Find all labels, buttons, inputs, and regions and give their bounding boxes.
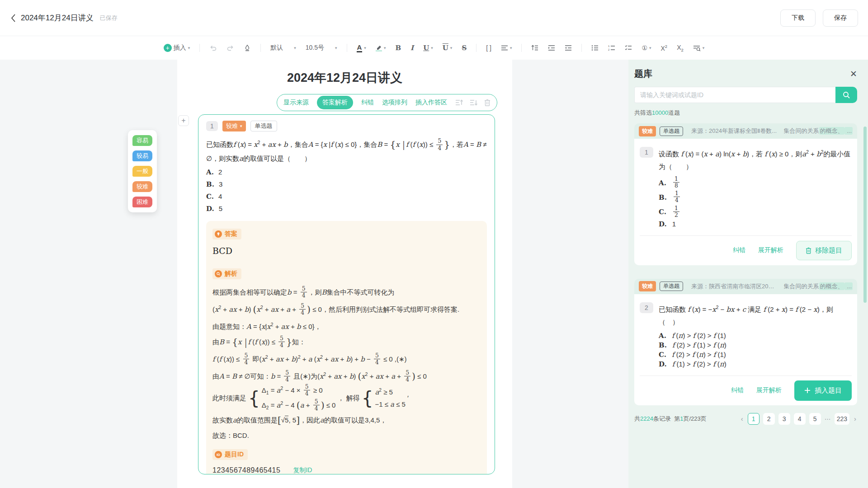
line-spacing-button[interactable] — [531, 45, 538, 51]
next-page-button[interactable]: › — [853, 415, 857, 422]
option-value: 14 — [672, 191, 681, 204]
add-block-button[interactable]: + — [178, 115, 189, 126]
save-button[interactable]: 保存 — [823, 9, 858, 27]
option-label: B. — [206, 178, 214, 190]
editor-toolbar: + 插入 ▾ 默认▾ 10.5号▾ A▾ ▾ B I U▾ U▾ S [ ] ▾… — [0, 36, 868, 60]
bold-button[interactable]: B — [395, 44, 401, 52]
question-tab[interactable]: 插入作答区 — [415, 99, 447, 107]
copy-id-link[interactable]: 复制ID — [293, 466, 312, 474]
undo-button[interactable] — [209, 44, 217, 52]
pagination-page[interactable]: 3 — [778, 413, 790, 425]
superscript-button[interactable]: X2 — [661, 44, 668, 52]
difficulty-option[interactable]: 较易 — [132, 150, 152, 161]
expand-analysis-link[interactable]: 展开解析 — [756, 386, 782, 394]
analysis-line: 由A = B ≠ ∅可知：b = 54 且(∗)为(x2 + ax + b) (… — [212, 367, 481, 384]
analysis-line: 此时须满足{Δ1 = a2 − 4 × 54 ≥ 0Δ2 = a2 − 4 (a… — [212, 384, 481, 413]
question-number: 1 — [640, 147, 653, 158]
difficulty-option[interactable]: 较难 — [132, 181, 152, 192]
accent-mark-button[interactable]: U▾ — [443, 44, 453, 52]
card-actions: 纠错展开解析移除题目 — [640, 235, 852, 265]
option-label: A. — [659, 179, 666, 187]
check-list-button[interactable] — [625, 45, 632, 51]
prev-page-button[interactable]: ‹ — [740, 415, 744, 422]
difficulty-badge[interactable]: 较难▾ — [222, 121, 246, 131]
question-option: B.3 — [206, 178, 487, 190]
divider — [199, 44, 200, 52]
subscript-button[interactable]: X2 — [677, 44, 684, 52]
italic-button[interactable]: I — [410, 44, 414, 52]
insert-button[interactable]: + 插入 ▾ — [164, 44, 190, 52]
numbering-style-button[interactable]: ①▾ — [642, 44, 651, 52]
redo-button[interactable] — [226, 44, 234, 52]
option-value: 1 — [672, 220, 676, 228]
insert-question-button[interactable]: 插入题目 — [794, 380, 852, 401]
highlight-icon — [376, 45, 382, 52]
analysis-line: 根据两集合相等可以确定b = 54，则B集合中不等式可转化为 — [212, 285, 481, 300]
back-button[interactable] — [10, 13, 16, 23]
bank-question: 2已知函数 f (x) = −x2 − bx + c 满足 f (2 + x) … — [640, 301, 852, 328]
close-icon[interactable]: ✕ — [850, 70, 857, 78]
question-id-row: ID 题目ID 1234567489465415 复制ID — [212, 449, 481, 474]
font-color-button[interactable]: A▾ — [357, 43, 366, 52]
clear-format-button[interactable] — [244, 44, 251, 52]
topbar-actions: 下载 保存 — [780, 9, 858, 27]
search-input[interactable] — [634, 87, 835, 103]
highlight-button[interactable]: ▾ — [376, 45, 386, 52]
pagination-page[interactable]: 2 — [763, 413, 775, 425]
download-button[interactable]: 下载 — [780, 9, 816, 27]
difficulty-option[interactable]: 容易 — [132, 135, 152, 146]
option-label: C. — [206, 191, 214, 202]
underline-button[interactable]: U▾ — [423, 44, 433, 52]
tag-segment: 的概念、 — [819, 127, 844, 135]
paragraph-style-select[interactable]: 默认▾ — [270, 44, 296, 52]
difficulty-option[interactable]: 困难 — [132, 197, 152, 207]
indent-increase-button[interactable] — [548, 45, 555, 51]
question-tab[interactable]: 选项排列 — [382, 99, 407, 107]
question-option: D.5 — [206, 203, 487, 215]
sidebar-scrollbar[interactable] — [863, 127, 867, 303]
bullet-list-icon — [591, 45, 599, 51]
card-actions: 纠错展开解析插入题目 — [640, 375, 852, 405]
question-tab[interactable]: 纠错 — [361, 99, 374, 107]
difficulty-badge: 较难 — [639, 281, 656, 291]
font-size-select[interactable]: 10.5号▾ — [306, 44, 337, 52]
ordered-list-button[interactable]: 12 — [608, 45, 615, 51]
question-stem: 设函数 f (x) = (x + a) ln(x + b)，若 f (x) ≥ … — [659, 146, 852, 173]
question-type-badge: 单选题 — [660, 127, 683, 136]
pagination-bar: 共2224条记录 第1页/223页 ‹ 12345⋯223› — [634, 413, 857, 425]
pagination-page[interactable]: 5 — [809, 413, 821, 425]
question-id-label: ID 题目ID — [212, 449, 248, 460]
source-text: 来源：陕西省渭南市临渭区2021... — [691, 282, 777, 291]
brackets-button[interactable]: [ ] — [486, 44, 491, 52]
pagination-page[interactable]: 4 — [794, 413, 806, 425]
question-option: B.14 — [659, 191, 852, 204]
correct-link[interactable]: 纠错 — [733, 246, 745, 254]
pagination-page[interactable]: 223 — [835, 413, 849, 425]
option-value: 5 — [219, 203, 222, 215]
pagination-page[interactable]: 1 — [748, 413, 760, 425]
move-down-button[interactable] — [470, 99, 478, 106]
strikethrough-button[interactable]: S — [462, 44, 467, 52]
svg-text:1: 1 — [608, 45, 610, 47]
search-button[interactable] — [835, 87, 857, 103]
question-tab[interactable]: 答案解析 — [317, 96, 353, 109]
bullet-list-button[interactable] — [591, 45, 599, 51]
delete-question-button[interactable] — [484, 99, 491, 106]
option-value: f (1) > f (2) > f (π) — [672, 360, 726, 368]
move-up-button[interactable] — [455, 99, 463, 106]
question-option: A.f (π) > f (2) > f (1) — [659, 332, 852, 340]
divider — [476, 44, 476, 52]
question-option: D.f (1) > f (2) > f (π) — [659, 360, 852, 368]
document-title[interactable]: 2024年12月24日讲义 — [177, 60, 512, 86]
question-id-value: 1234567489465415 — [212, 466, 280, 474]
find-replace-button[interactable]: ▾ — [693, 45, 705, 52]
expand-analysis-link[interactable]: 展开解析 — [758, 246, 783, 254]
correct-link[interactable]: 纠错 — [731, 386, 744, 394]
question-tab[interactable]: 显示来源 — [283, 99, 309, 107]
indent-decrease-button[interactable] — [565, 45, 572, 51]
option-label: C. — [659, 208, 666, 216]
remove-question-button[interactable]: 移除题目 — [796, 241, 852, 260]
align-button[interactable]: ▾ — [501, 45, 512, 51]
difficulty-option[interactable]: 一般 — [132, 166, 152, 177]
question-option: A.2 — [206, 166, 487, 178]
